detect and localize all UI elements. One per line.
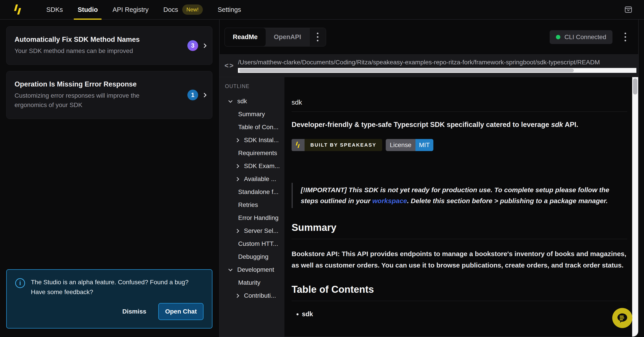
alpha-feedback-alert: i The Studio is an alpha feature. Confus…	[6, 269, 212, 329]
outline-sidebar: OUTLINE sdk Summary Table of Con...	[220, 77, 284, 337]
outline-item[interactable]: sdk	[220, 95, 284, 108]
nav-item-api-registry[interactable]: API Registry	[105, 0, 156, 19]
outline-item-label: Maturity	[238, 279, 260, 286]
divider	[292, 239, 627, 239]
suggestions-panel: Automatically Fix SDK Method Names Your …	[0, 20, 219, 337]
nav-items: SDKs Studio API Registry Docs New! Setti…	[39, 0, 248, 19]
readme-title: sdk	[292, 99, 627, 106]
card-title: Operation Is Missing Error Response	[14, 80, 204, 88]
chevron-right-icon	[202, 43, 206, 48]
horizontal-scrollbar-thumb[interactable]	[239, 69, 574, 72]
outline-item-label: SDK Instal...	[244, 137, 279, 144]
nav-item-settings[interactable]: Settings	[210, 0, 248, 19]
readme-document: sdk Developer-friendly & type-safe Types…	[284, 77, 632, 337]
outline-item[interactable]: Table of Con...	[220, 121, 284, 134]
new-badge: New!	[182, 4, 203, 15]
cli-status-label: CLI Connected	[564, 33, 606, 41]
outline-item-label: Contributi...	[244, 292, 276, 299]
outline-item-label: Requirements	[238, 149, 277, 157]
open-chat-button[interactable]: Open Chat	[158, 303, 204, 320]
workspace-link[interactable]: workspace	[372, 197, 407, 205]
divider	[292, 111, 627, 112]
built-by-label: BUILT BY SPEAKEASY	[304, 139, 382, 151]
important-note: [!IMPORTANT] This SDK is not yet ready f…	[292, 183, 616, 208]
outline-item-label: sdk	[237, 98, 247, 105]
outline-item[interactable]: Development	[220, 263, 284, 276]
license-value: MIT	[416, 139, 433, 151]
outline-item[interactable]: SDK Exam...	[220, 160, 284, 173]
file-path-bar: <> /Users/matthew-clarke/Documents/Codin…	[220, 54, 638, 77]
tab-overflow-menu-icon[interactable]	[309, 28, 326, 46]
cli-status-badge: CLI Connected	[550, 30, 612, 44]
summary-text: Bookstore API: This API provides endpoin…	[292, 248, 627, 271]
outline-item-label: Retries	[238, 201, 258, 209]
outline-item-label: Summary	[238, 111, 265, 118]
outline-item-label: Error Handling	[238, 214, 278, 222]
toc-heading: Table of Contents	[292, 284, 627, 295]
outline-item[interactable]: Available ...	[220, 173, 284, 185]
panel-menu-icon[interactable]	[623, 31, 628, 43]
outline-item[interactable]: Server Sel...	[220, 224, 284, 237]
built-by-speakeasy-badge: BUILT BY SPEAKEASY	[292, 139, 382, 151]
chevron-icon	[228, 267, 232, 271]
vertical-scrollbar[interactable]	[632, 77, 638, 337]
speakeasy-badge-icon	[292, 139, 304, 151]
outline-item-label: SDK Exam...	[244, 162, 280, 170]
alert-text: The Studio is an alpha feature. Confused…	[31, 277, 204, 297]
outline-item[interactable]: Retries	[220, 198, 284, 211]
tab-readme[interactable]: ReadMe	[225, 28, 266, 46]
chevron-icon	[235, 294, 239, 298]
panel-collapse-icon[interactable]	[622, 4, 634, 15]
outline-item-label: Table of Con...	[238, 124, 278, 131]
nav-item-sdks[interactable]: SDKs	[39, 0, 70, 19]
summary-heading: Summary	[292, 222, 627, 233]
main-panel: ReadMe OpenAPI CLI Connected <> /Users/m…	[219, 20, 639, 337]
readme-badges: BUILT BY SPEAKEASY License MIT	[292, 139, 627, 151]
outline-header: OUTLINE	[220, 83, 284, 89]
nav-item-studio[interactable]: Studio	[70, 0, 105, 19]
suggestion-card-error-response[interactable]: Operation Is Missing Error Response Cust…	[6, 71, 212, 119]
dismiss-button[interactable]: Dismiss	[121, 308, 148, 315]
file-path-text: /Users/matthew-clarke/Documents/Coding/R…	[238, 59, 636, 66]
tab-openapi[interactable]: OpenAPI	[266, 28, 309, 46]
speakeasy-logo-icon[interactable]	[13, 4, 23, 15]
chevron-icon	[228, 99, 232, 103]
outline-item-label: Standalone f...	[238, 188, 278, 196]
card-subtitle: Customizing error responses will improve…	[14, 91, 156, 110]
outline-item[interactable]: Requirements	[220, 147, 284, 160]
horizontal-scrollbar[interactable]	[238, 68, 636, 73]
outline-item-label: Custom HTT...	[238, 240, 278, 247]
chevron-icon	[235, 138, 239, 142]
outline-list: sdk Summary Table of Con... SDK Instal..…	[220, 95, 284, 302]
outline-item[interactable]: Error Handling	[220, 211, 284, 224]
status-dot-icon	[556, 35, 560, 39]
count-badge: 1	[188, 90, 198, 100]
outline-item[interactable]: Maturity	[220, 276, 284, 289]
outline-item[interactable]: Standalone f...	[220, 185, 284, 198]
chevron-icon	[235, 229, 239, 233]
outline-item[interactable]: Summary	[220, 108, 284, 121]
toc-item[interactable]: sdk	[302, 311, 627, 318]
outline-item[interactable]: Custom HTT...	[220, 237, 284, 250]
readme-tagline: Developer-friendly & type-safe Typescrip…	[292, 121, 627, 129]
chevron-icon	[235, 164, 239, 168]
outline-item-label: Debugging	[238, 253, 268, 260]
main-toolbar: ReadMe OpenAPI CLI Connected	[220, 20, 638, 54]
suggestion-card-method-names[interactable]: Automatically Fix SDK Method Names Your …	[6, 26, 212, 65]
chevron-icon	[235, 177, 239, 181]
outline-item[interactable]: Contributi...	[220, 289, 284, 302]
info-icon: i	[15, 278, 25, 288]
top-nav: SDKs Studio API Registry Docs New! Setti…	[0, 0, 644, 20]
chevron-right-icon	[202, 92, 206, 97]
nav-item-docs[interactable]: Docs New!	[156, 0, 210, 19]
outline-item[interactable]: Debugging	[220, 250, 284, 263]
chat-fab[interactable]	[612, 308, 632, 328]
file-tabs: ReadMe OpenAPI	[224, 28, 326, 46]
vertical-scrollbar-thumb[interactable]	[633, 78, 637, 94]
code-icon: <>	[224, 62, 234, 70]
card-title: Automatically Fix SDK Method Names	[14, 35, 204, 43]
outline-item[interactable]: SDK Instal...	[220, 134, 284, 147]
outline-item-label: Available ...	[244, 175, 276, 183]
nav-docs-label: Docs	[164, 6, 178, 13]
toc-list: sdk	[292, 311, 627, 318]
